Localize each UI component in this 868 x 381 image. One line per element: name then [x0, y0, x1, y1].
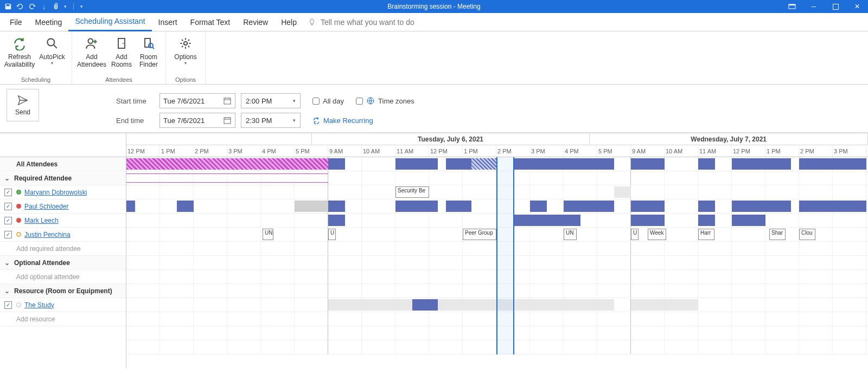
event-box[interactable]: U: [631, 229, 639, 240]
time-slot-label: 4 PM: [564, 145, 597, 157]
ribbon-options-icon[interactable]: [781, 0, 803, 13]
time-header: 12 PM1 PM2 PM3 PM4 PM5 PM9 AM10 AM11 AM1…: [126, 145, 868, 157]
svg-rect-12: [224, 118, 231, 124]
attendee-row: ✓ Justin Penchina: [0, 228, 126, 242]
attendee-name[interactable]: Paul Schloeder: [24, 203, 68, 210]
grid-placeholder-row: [126, 242, 868, 256]
arrow-icon[interactable]: ↓: [40, 3, 48, 10]
qat-dropdown-icon[interactable]: ▾: [64, 4, 67, 9]
grid-placeholder-row: [126, 256, 868, 270]
minimize-icon[interactable]: ─: [803, 0, 825, 13]
tell-me-input[interactable]: Tell me what you want to do: [321, 18, 414, 27]
title-bar: ↓ ▾ ▾ Brainstorming session - Meeting ─ …: [0, 0, 868, 13]
all-attendees-header: All Attendees: [0, 157, 126, 171]
svg-point-4: [88, 38, 93, 43]
close-icon[interactable]: ✕: [846, 0, 868, 13]
save-icon[interactable]: [4, 3, 12, 10]
event-box[interactable]: Shar: [769, 229, 786, 240]
all-day-checkbox[interactable]: All day: [312, 97, 344, 105]
tab-meeting[interactable]: Meeting: [29, 13, 69, 31]
separator-row: [126, 171, 868, 185]
add-resource-input[interactable]: Add resource: [0, 312, 126, 326]
status-dot: [16, 218, 21, 223]
chevron-down-icon: ▾: [293, 98, 296, 104]
svg-point-3: [47, 38, 54, 46]
clip-icon[interactable]: [52, 3, 60, 10]
attendee-row: ✓ Maryann Dobrowolski: [0, 185, 126, 199]
options-button[interactable]: Options ▾: [169, 34, 202, 68]
time-slot-label: 2 PM: [194, 145, 227, 157]
redo-icon[interactable]: [28, 3, 36, 10]
event-box[interactable]: UN: [564, 229, 577, 240]
event-box[interactable]: Harr: [698, 229, 714, 240]
room-finder-button[interactable]: Room Finder: [135, 34, 162, 70]
make-recurring-button[interactable]: Make Recurring: [312, 117, 373, 125]
schedule-grid: All Attendees ⌄Required Attendee ✓ Marya…: [0, 133, 868, 369]
time-form: Send Start time Tue 7/6/2021 2:00 PM ▾ A…: [0, 85, 868, 133]
attendee-name[interactable]: Justin Penchina: [24, 231, 71, 238]
tab-help[interactable]: Help: [275, 13, 303, 31]
tab-format-text[interactable]: Format Text: [184, 13, 237, 31]
event-box[interactable]: Clou: [799, 229, 815, 240]
time-slot-label: 1 PM: [765, 145, 799, 157]
event-box[interactable]: U: [328, 229, 336, 240]
resource-row: ✓ The Study: [0, 298, 126, 312]
start-time-select[interactable]: 2:00 PM ▾: [241, 93, 301, 108]
timeline-grid[interactable]: Tuesday, July 6, 2021 Wednesday, July 7,…: [126, 133, 868, 369]
required-attendee-header[interactable]: ⌄Required Attendee: [0, 171, 126, 185]
send-button[interactable]: Send: [7, 89, 39, 121]
status-dot: [16, 232, 21, 237]
undo-icon[interactable]: [16, 3, 24, 10]
tab-file[interactable]: File: [3, 13, 29, 31]
resource-header[interactable]: ⌄Resource (Room or Equipment): [0, 284, 126, 298]
availability-row: UN U Peer Group UN U Week Harr Shar Clou: [126, 228, 868, 242]
tab-insert[interactable]: Insert: [152, 13, 184, 31]
autopick-button[interactable]: AutoPick ▾: [36, 34, 68, 68]
menu-tabs: File Meeting Scheduling Assistant Insert…: [0, 13, 868, 31]
time-slot-label: 4 PM: [261, 145, 295, 157]
grid-placeholder-row: [126, 326, 868, 340]
optional-attendee-header[interactable]: ⌄Optional Attendee: [0, 256, 126, 270]
end-date-input[interactable]: Tue 7/6/2021: [159, 113, 235, 128]
start-date-input[interactable]: Tue 7/6/2021: [159, 93, 235, 108]
event-box[interactable]: Peer Group: [463, 229, 496, 240]
window-title: Brainstorming session - Meeting: [387, 3, 480, 10]
status-dot: [16, 190, 21, 195]
tab-review[interactable]: Review: [237, 13, 275, 31]
add-attendees-button[interactable]: Add Attendees: [75, 34, 108, 70]
grid-placeholder-row: [126, 312, 868, 326]
event-box[interactable]: UN: [263, 229, 273, 240]
time-zones-checkbox[interactable]: Time zones: [356, 96, 414, 105]
end-time-select[interactable]: 2:30 PM ▾: [241, 113, 301, 128]
add-rooms-button[interactable]: Add Rooms: [108, 34, 135, 70]
attendee-name[interactable]: Maryann Dobrowolski: [24, 189, 87, 196]
globe-icon: [366, 96, 375, 105]
event-box[interactable]: Week: [648, 229, 666, 240]
event-box[interactable]: Security Be: [395, 186, 429, 198]
chevron-down-icon: ▾: [293, 118, 296, 123]
qat-custom-icon[interactable]: ▾: [80, 4, 83, 9]
add-optional-input[interactable]: Add optional attendee: [0, 270, 126, 284]
end-time-label: End time: [116, 117, 154, 125]
attendee-checkbox[interactable]: ✓: [4, 203, 12, 210]
svg-rect-5: [118, 38, 125, 48]
tab-scheduling-assistant[interactable]: Scheduling Assistant: [68, 13, 151, 31]
time-slot-label: 11 AM: [395, 145, 429, 157]
refresh-availability-button[interactable]: Refresh Availability: [3, 34, 36, 70]
status-dot: [16, 302, 21, 307]
grid-body[interactable]: Security Be: [126, 157, 868, 354]
attendee-checkbox[interactable]: ✓: [4, 301, 12, 309]
attendee-name[interactable]: Mark Leech: [24, 217, 59, 224]
add-required-input[interactable]: Add required attendee: [0, 242, 126, 256]
attendee-checkbox[interactable]: ✓: [4, 217, 12, 224]
attendee-checkbox[interactable]: ✓: [4, 231, 12, 238]
attendee-checkbox[interactable]: ✓: [4, 189, 12, 196]
maximize-icon[interactable]: [825, 0, 846, 13]
resource-name[interactable]: The Study: [24, 301, 54, 309]
time-slot-label: 12 PM: [126, 145, 160, 157]
time-slot-label: 1 PM: [160, 145, 194, 157]
calendar-icon: [223, 116, 232, 125]
lightbulb-icon: [308, 18, 316, 27]
group-label-scheduling: Scheduling: [21, 76, 50, 84]
time-slot-label: 3 PM: [227, 145, 261, 157]
